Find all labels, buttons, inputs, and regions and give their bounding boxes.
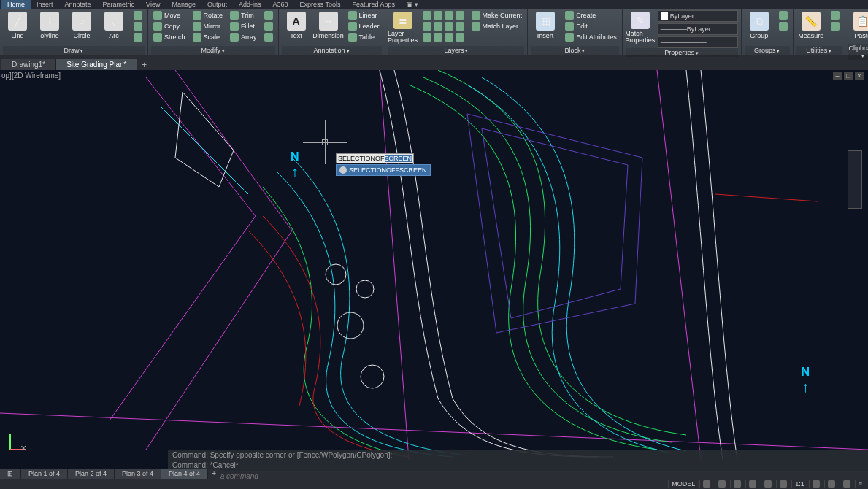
panel-title-properties[interactable]: Properties [626, 48, 738, 57]
layout-tab-add[interactable]: + [208, 469, 220, 480]
text-button[interactable]: AText [282, 10, 311, 44]
panel-title-modify[interactable]: Modify [151, 46, 275, 55]
status-polar-icon[interactable] [745, 480, 759, 488]
util-extra-2[interactable] [829, 21, 842, 31]
menu-tab-a360[interactable]: A360 [267, 0, 294, 9]
paste-button[interactable]: 📋Paste [848, 10, 868, 44]
draw-extra-1[interactable] [131, 10, 145, 20]
layout-tab-4[interactable]: Plan 4 of 4 [161, 469, 208, 480]
menu-tab-manage[interactable]: Manage [166, 0, 201, 9]
file-tab-sitegrading[interactable]: Site Grading Plan [56, 59, 137, 70]
insert-button[interactable]: ▦Insert [531, 10, 560, 44]
viewport-close-icon[interactable]: × [855, 72, 864, 80]
menu-tab-featured[interactable]: Featured Apps [346, 0, 401, 9]
ucs-close-icon[interactable]: × [20, 442, 26, 454]
viewport-label[interactable]: op][2D Wireframe] [1, 72, 61, 80]
autocomplete-suggestion[interactable]: SELECTIONOFFSCREEN [336, 164, 431, 176]
arc-button[interactable]: ◟Arc [99, 10, 128, 44]
group-button[interactable]: ⧉Group [745, 10, 774, 44]
group-extra-1[interactable] [777, 10, 790, 20]
linear-button[interactable]: Linear [346, 10, 382, 20]
measure-button[interactable]: 📏Measure [796, 10, 826, 44]
modify-extra-2[interactable] [262, 21, 275, 31]
menu-tab-insert[interactable]: Insert [31, 0, 59, 9]
file-tab-add[interactable]: + [137, 60, 150, 70]
linear-label: Linear [359, 12, 377, 19]
lineweight-combo[interactable]: ———— ByLayer [658, 23, 738, 35]
layout-tab-1[interactable]: Plan 1 of 4 [21, 469, 68, 480]
panel-title-utilities[interactable]: Utilities [796, 46, 842, 55]
status-snap-icon[interactable] [715, 480, 729, 488]
status-model[interactable]: MODEL [668, 480, 698, 488]
menu-tab-express[interactable]: Express Tools [294, 0, 347, 9]
line-button[interactable]: ╱Line [3, 10, 32, 44]
create-button[interactable]: Create [563, 10, 619, 20]
layer-row2-icons[interactable] [420, 21, 466, 31]
scale-button[interactable]: Scale [191, 32, 226, 42]
make-current-button[interactable]: Make Current [469, 10, 525, 20]
viewport-max-icon[interactable]: □ [844, 72, 853, 80]
menu-tab-view[interactable]: View [140, 0, 166, 9]
fillet-button[interactable]: Fillet [228, 21, 259, 31]
panel-title-layers[interactable]: Layers [388, 46, 525, 55]
draw-extra-3[interactable] [131, 32, 145, 42]
viewport-min-icon[interactable]: – [833, 72, 842, 80]
status-workspace-icon[interactable] [840, 480, 853, 488]
trim-button[interactable]: Trim [228, 10, 259, 20]
layout-tabs: ⊞ Plan 1 of 4 Plan 2 of 4 Plan 3 of 4 Pl… [0, 469, 220, 480]
status-scale[interactable]: 1:1 [791, 480, 807, 488]
panel-title-groups[interactable]: Groups [745, 46, 790, 55]
layout-tab-model[interactable]: ⊞ [0, 469, 21, 480]
status-annoscale-icon[interactable] [809, 480, 823, 488]
autocomplete-input[interactable]: SELECTIONOFSCREEN [336, 153, 414, 163]
menu-tab-expand[interactable]: ▣ ▾ [401, 0, 425, 9]
dimension-button[interactable]: ↔Dimension [314, 10, 343, 44]
match-properties-button[interactable]: ✎Match Properties [626, 10, 655, 44]
lw-combo-label: ByLayer [687, 26, 711, 33]
layer-row3-icons[interactable] [420, 32, 466, 42]
drawing-canvas[interactable]: N ↑ N ↑ [0, 70, 868, 460]
rotate-button[interactable]: Rotate [191, 10, 226, 20]
panel-title-block[interactable]: Block [531, 46, 619, 55]
menu-tab-output[interactable]: Output [201, 0, 233, 9]
leader-button[interactable]: Leader [346, 21, 382, 31]
panel-title-draw[interactable]: Draw [3, 46, 145, 55]
layout-tab-3[interactable]: Plan 3 of 4 [115, 469, 161, 480]
panel-title-annotation[interactable]: Annotation [282, 46, 382, 55]
menu-tab-addins[interactable]: Add-ins [233, 0, 267, 9]
layout-tab-2[interactable]: Plan 2 of 4 [68, 469, 115, 480]
view-cube[interactable] [848, 150, 862, 209]
color-combo[interactable]: ByLayer [658, 10, 738, 22]
array-button[interactable]: Array [228, 32, 259, 42]
menu-tab-annotate[interactable]: Annotate [59, 0, 97, 9]
panel-title-clipboard[interactable]: Clipboard [848, 44, 868, 60]
modify-extra-3[interactable] [262, 32, 275, 42]
mirror-button[interactable]: Mirror [191, 21, 226, 31]
draw-extra-2[interactable] [131, 21, 145, 31]
status-ortho-icon[interactable] [730, 480, 744, 488]
polyline-button[interactable]: ⌇olyline [35, 10, 64, 44]
circle-button[interactable]: ○Circle [67, 10, 96, 44]
status-grid-icon[interactable] [699, 480, 713, 488]
table-button[interactable]: Table [346, 32, 382, 42]
modify-extra-1[interactable] [262, 10, 275, 20]
layer-properties-button[interactable]: ≣Layer Properties [388, 10, 418, 44]
stretch-button[interactable]: Stretch [151, 32, 188, 42]
menu-tab-home[interactable]: Home [1, 0, 31, 9]
status-isoplane-icon[interactable] [776, 480, 790, 488]
group-extra-2[interactable] [777, 21, 790, 31]
status-gear-icon[interactable] [824, 480, 838, 488]
file-tab-drawing1[interactable]: Drawing1 [1, 59, 56, 70]
menu-tab-parametric[interactable]: Parametric [97, 0, 141, 9]
status-customize-icon[interactable]: ≡ [855, 480, 865, 488]
move-button[interactable]: Move [151, 10, 188, 20]
layer-row-icons[interactable] [420, 10, 466, 20]
status-osnap-icon[interactable] [761, 480, 775, 488]
util-extra-1[interactable] [829, 10, 842, 20]
linetype-combo[interactable]: ——————— [658, 36, 738, 48]
edit-attr-button[interactable]: Edit Attributes [563, 32, 619, 42]
match-layer-label: Match Layer [483, 23, 519, 30]
match-layer-button[interactable]: Match Layer [469, 21, 525, 31]
edit-button[interactable]: Edit [563, 21, 619, 31]
copy-button[interactable]: Copy [151, 21, 188, 31]
